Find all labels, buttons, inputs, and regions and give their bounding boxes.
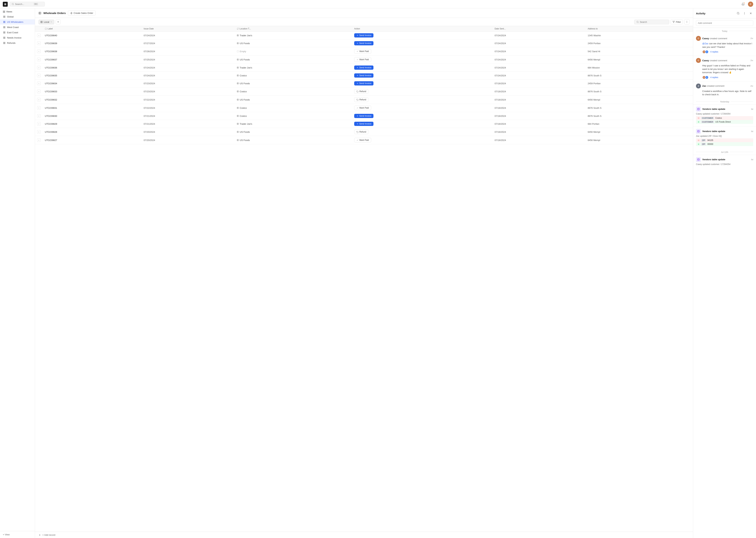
expand-row-button[interactable]: › xyxy=(37,90,41,93)
svg-rect-45 xyxy=(45,28,47,29)
sidebar-item-east-coast[interactable]: East Coast xyxy=(0,30,35,35)
mark-paid-button[interactable]: Mark Paid xyxy=(354,106,371,110)
svg-rect-61 xyxy=(237,67,239,69)
svg-rect-7 xyxy=(4,16,5,17)
add-tab-button[interactable]: + xyxy=(56,20,61,24)
comment-time: 2hr xyxy=(750,59,753,62)
replies-link[interactable]: 4 replies xyxy=(710,76,718,79)
svg-rect-21 xyxy=(4,32,5,33)
create-sales-order-button[interactable]: Create Sales Order xyxy=(68,11,96,16)
filter-button[interactable]: Filter xyxy=(671,20,683,24)
replies-link[interactable]: 4 replies xyxy=(710,51,718,53)
notification-dot xyxy=(743,2,745,4)
action-cell: Refund xyxy=(352,96,493,104)
expand-row-button[interactable]: › xyxy=(37,41,41,45)
comment-time: 2hr xyxy=(750,37,753,39)
expand-row-button[interactable]: › xyxy=(37,74,41,77)
send-invoice-button[interactable]: Send Invoice xyxy=(354,41,373,45)
action-cell: Refund xyxy=(352,128,493,136)
table-footer[interactable]: + Add record xyxy=(35,532,693,538)
chevron-down-icon xyxy=(50,21,52,23)
expand-row-button[interactable]: › xyxy=(37,130,41,134)
lightning-icon xyxy=(70,12,72,14)
database-icon xyxy=(696,129,701,134)
global-search[interactable]: ⌘K xyxy=(10,2,45,7)
expand-row-button[interactable]: › xyxy=(37,98,41,101)
expand-row-button[interactable]: › xyxy=(37,81,41,85)
mark-paid-button[interactable]: Mark Paid xyxy=(354,138,371,142)
location-badge: US Foods xyxy=(237,42,350,45)
expand-row-button[interactable]: › xyxy=(37,58,41,61)
comment-meta: Casey created comment xyxy=(702,37,749,40)
grid-icon xyxy=(3,26,6,28)
location-cell: Costco xyxy=(235,72,352,80)
location-badge: US Foods xyxy=(237,131,350,133)
user-avatar[interactable]: C xyxy=(748,2,753,7)
activity-search-button[interactable] xyxy=(736,11,740,16)
sidebar-item-needs-invoice[interactable]: Needs Invoice xyxy=(0,35,35,40)
diff-value: Costco xyxy=(715,117,722,119)
table-search[interactable] xyxy=(634,20,669,24)
refund-button[interactable]: Refund xyxy=(354,97,368,102)
expand-row-button[interactable]: › xyxy=(37,34,41,37)
activity-close-button[interactable] xyxy=(748,11,753,16)
refund-button[interactable]: Refund xyxy=(354,89,368,94)
notification-button[interactable] xyxy=(740,1,746,7)
page-title: Wholesale Orders xyxy=(43,12,66,15)
update-desc: Casey updated customer / 17264354 xyxy=(696,113,753,115)
grid-icon xyxy=(3,31,6,34)
mark-paid-button[interactable]: Mark Paid xyxy=(354,57,371,62)
activity-add-comment[interactable] xyxy=(693,19,756,28)
expand-row-button[interactable]: › xyxy=(37,66,41,69)
search-icon xyxy=(737,12,739,15)
more-options-button[interactable] xyxy=(684,19,689,25)
activity-more-button[interactable] xyxy=(742,11,747,16)
global-search-input[interactable] xyxy=(15,3,32,5)
grid-icon xyxy=(3,15,6,18)
sidebar: Views Global US Wholesalers West Coast xyxy=(0,8,35,538)
sidebar-item-west-coast[interactable]: West Coast xyxy=(0,25,35,30)
diff-value: 94105 xyxy=(707,139,713,141)
address-cell: 684 Mission xyxy=(586,64,693,72)
svg-rect-25 xyxy=(4,38,5,38)
send-invoice-button[interactable]: Send Invoice xyxy=(354,33,373,37)
table-row: › UTO239828 07/20/2024 US Foods Refund 0… xyxy=(35,128,693,136)
send-invoice-button[interactable]: Send Invoice xyxy=(354,81,373,85)
svg-rect-102 xyxy=(237,139,239,141)
send-invoice-button[interactable]: Send Invoice xyxy=(354,122,373,126)
table-update-item: Vendors table update 9d Casey updated cu… xyxy=(693,155,756,169)
send-invoice-button[interactable]: Send Invoice xyxy=(354,66,373,70)
svg-rect-93 xyxy=(237,123,239,125)
label-cell: UTO239831 xyxy=(43,104,142,112)
issue-date-cell: 07/20/2024 xyxy=(142,128,235,136)
comment-item: C Casey created comment 2hr @Zac can we … xyxy=(693,34,756,56)
location-badge: Costco xyxy=(237,74,350,77)
send-invoice-button[interactable]: Send Invoice xyxy=(354,114,373,118)
location-icon xyxy=(237,107,239,109)
add-view-button[interactable]: + View xyxy=(3,533,32,536)
expand-cell: › xyxy=(35,47,43,56)
address-cell: 8976 South S xyxy=(586,87,693,96)
tab-local[interactable]: Local xyxy=(38,20,54,24)
expand-row-button[interactable]: › xyxy=(37,114,41,118)
sidebar-footer: + View xyxy=(0,531,35,538)
comment-input[interactable] xyxy=(696,20,753,26)
mark-paid-button[interactable]: Mark Paid xyxy=(354,49,371,54)
table-row: › UTO239829 07/21/2024 Trader Joe's Send… xyxy=(35,120,693,128)
expand-row-button[interactable]: › xyxy=(37,50,41,53)
expand-row-button[interactable]: › xyxy=(37,138,41,142)
issue-date-cell: 07/22/2024 xyxy=(142,96,235,104)
table-search-input[interactable] xyxy=(640,21,666,23)
day-separator-jul12: Jul 12th xyxy=(693,149,756,155)
send-invoice-button[interactable]: Send Invoice xyxy=(354,74,373,78)
expand-row-button[interactable]: › xyxy=(37,106,41,110)
sidebar-item-us-wholesalers[interactable]: US Wholesalers xyxy=(0,19,35,25)
sidebar-item-global[interactable]: Global xyxy=(0,14,35,19)
expand-row-button[interactable]: › xyxy=(37,122,41,126)
refund-button[interactable]: Refund xyxy=(354,130,368,134)
label-cell: UTO239833 xyxy=(43,87,142,96)
sidebar-item-refunds[interactable]: Refunds xyxy=(0,40,35,45)
address-cell: 6456 Mempl xyxy=(586,128,693,136)
svg-rect-88 xyxy=(237,115,239,117)
issue-date-cell: 07/20/2024 xyxy=(142,136,235,144)
